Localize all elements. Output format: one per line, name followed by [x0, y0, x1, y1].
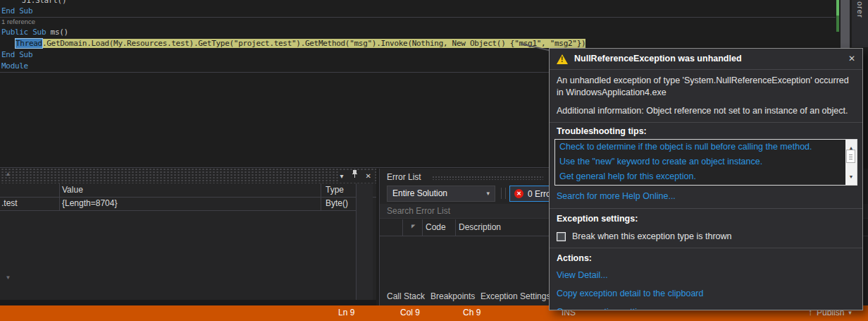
watch-row[interactable]: .test {Length=8704} Byte()	[0, 198, 356, 211]
code-line: Public Sub ms()	[0, 27, 68, 38]
copy-exception-detail-link[interactable]: Copy exception detail to the clipboard	[557, 288, 855, 300]
chevron-down-icon: ▾	[486, 186, 490, 201]
scroll-up-icon[interactable]: ▲	[0, 171, 16, 177]
error-list-title: Error List	[387, 172, 421, 182]
vs-debug-window: J1.Start() End Sub 1 reference Public Su…	[0, 0, 868, 321]
actions-header: Actions:	[557, 253, 855, 265]
tip-link[interactable]: Check to determine if the object is null…	[555, 140, 845, 155]
panel-drag-grip[interactable]	[432, 176, 543, 180]
troubleshooting-tips-list: Check to determine if the object is null…	[554, 139, 857, 186]
severity-column-icon[interactable]: ◤	[411, 224, 415, 229]
additional-information: Additional information: Object reference…	[557, 105, 855, 117]
scrollbar-thumb[interactable]	[846, 150, 855, 163]
type-column-header[interactable]: Type	[326, 185, 344, 195]
close-icon[interactable]: ✕	[848, 53, 855, 65]
description-column-header[interactable]: Description	[459, 222, 501, 232]
exception-message: An unhandled exception of type 'System.N…	[557, 75, 855, 99]
view-detail-link[interactable]: View Detail...	[557, 269, 855, 281]
selected-token: Thread	[16, 39, 42, 48]
search-more-help-link[interactable]: Search for more Help Online...	[557, 190, 855, 202]
scroll-down-icon[interactable]: ▼	[845, 171, 857, 183]
dialog-titlebar: ! NullReferenceException was unhandled ✕	[550, 49, 862, 70]
tip-link[interactable]: Use the "new" keyword to create an objec…	[555, 155, 845, 169]
code-line: End Sub	[0, 6, 32, 17]
codelens-references[interactable]: 1 reference	[0, 18, 35, 26]
tips-scrollbar[interactable]: ▲ ▼	[845, 140, 857, 185]
code-line: Module	[0, 61, 28, 72]
troubleshooting-tips-header: Troubleshooting tips:	[557, 126, 855, 138]
char-indicator: Ch 9	[463, 308, 480, 317]
watch-name-cell: .test	[1, 198, 18, 208]
error-circle-icon: ✕	[514, 189, 523, 198]
close-icon[interactable]: ✕	[366, 171, 371, 182]
tip-link[interactable]: Get general help for this exception.	[555, 169, 845, 184]
tab-exception-settings[interactable]: Exception Settings	[480, 291, 550, 301]
watch-scrollbar[interactable]	[356, 183, 373, 300]
tab-breakpoints[interactable]: Breakpoints	[430, 291, 475, 301]
watch-type-cell: Byte()	[326, 198, 348, 208]
checkbox-label: Break when this exception type is thrown	[572, 231, 732, 243]
watch-panel-titlebar[interactable]	[0, 169, 376, 183]
editor-divider	[0, 17, 836, 18]
watch-grid-header: Value Type	[0, 183, 376, 198]
scroll-down-icon[interactable]: ▼	[0, 274, 16, 281]
collapsed-panel-tab[interactable]: orer	[852, 0, 868, 47]
scope-dropdown[interactable]: Entire Solution ▾	[387, 186, 495, 202]
window-position-icon[interactable]: ▾	[340, 171, 344, 182]
watch-value-cell: {Length=8704}	[62, 198, 117, 208]
open-exception-settings-link[interactable]: Open exception settings	[557, 306, 855, 310]
pin-icon[interactable]	[352, 170, 358, 182]
tab-call-stack[interactable]: Call Stack	[387, 291, 425, 301]
scrollbar-change-annotation	[836, 16, 839, 32]
code-line: End Sub	[0, 49, 32, 61]
scrollbar-change-annotation	[836, 0, 839, 16]
dialog-title: NullReferenceException was unhandled	[574, 53, 842, 65]
code-column-header[interactable]: Code	[426, 222, 446, 232]
watch-panel: ▾ ✕ Value Type .test {Length=8704} Byte(…	[0, 169, 376, 305]
checkbox[interactable]	[557, 232, 566, 241]
current-statement-line: Thread.GetDomain.Load(My.Resources.test)…	[0, 38, 585, 49]
exception-settings-header: Exception settings:	[557, 213, 855, 225]
line-indicator: Ln 9	[338, 308, 354, 317]
column-indicator: Col 9	[400, 308, 420, 317]
break-checkbox-row[interactable]: Break when this exception type is thrown	[557, 231, 855, 243]
warning-icon: !	[557, 54, 568, 64]
panel-bottom-strip	[0, 300, 376, 305]
exception-dialog: ! NullReferenceException was unhandled ✕…	[549, 48, 863, 310]
value-column-header[interactable]: Value	[62, 185, 83, 195]
